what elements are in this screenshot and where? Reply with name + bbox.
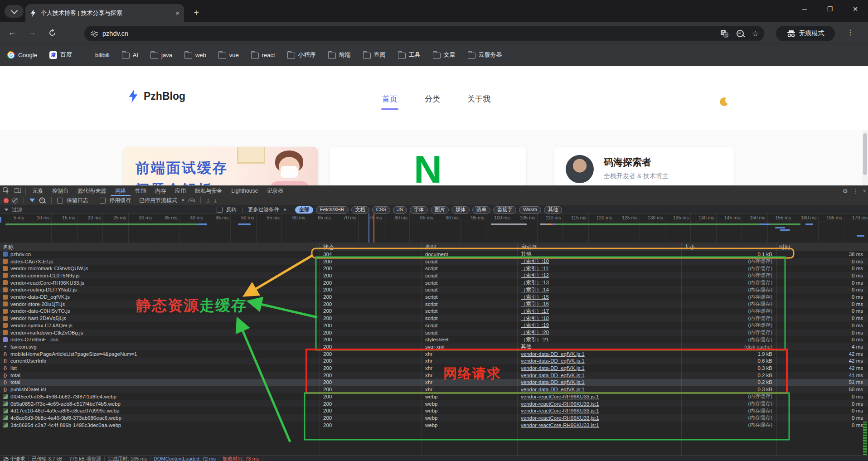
request-row-publishDateList[interactable]: {}publishDateList200xhrvendor-data-DD_eq…	[0, 386, 868, 393]
export-har-icon[interactable]: ↓	[213, 198, 217, 203]
devtools-tab-源代码/来源[interactable]: 源代码/来源	[73, 186, 111, 196]
page-scrollbar[interactable]	[862, 131, 868, 185]
filter-chip-媒体[interactable]: 媒体	[451, 206, 470, 214]
request-row-total[interactable]: {}total200xhrvendor-data-DD_eqfVK.js:10.…	[0, 379, 868, 386]
bookmark-Google[interactable]: Google	[7, 51, 37, 59]
column-header-大小[interactable]: 大小	[684, 243, 695, 251]
request-initiator[interactable]: （索引）:13	[521, 280, 549, 285]
request-row-4d17cc10-46cf-4a9c-a8f6-e8cac07d999e.webp[interactable]: 4d17cc10-46cf-4a9c-a8f6-e8cac07d999e.web…	[0, 407, 868, 414]
request-initiator[interactable]: vendor-reactCore-RH96KU33.js:1	[521, 394, 599, 399]
request-initiator[interactable]: （索引）:12	[521, 272, 549, 278]
forward-button[interactable]: →	[24, 25, 40, 40]
network-overview[interactable]	[0, 222, 868, 243]
browser-tab[interactable]: 个人技术博客 | 技术分享与探索 ×	[25, 4, 184, 22]
filter-chip-套接字[interactable]: 套接字	[493, 206, 516, 214]
request-row-index-CAo7X-EI.js[interactable]: index-CAo7X-EI.js200script（索引）:10(内存缓存)0…	[0, 258, 868, 265]
devtools-menu-kebab-icon[interactable]: ⋮	[852, 188, 858, 194]
nav-item-关于我[interactable]: 关于我	[467, 94, 490, 110]
translate-icon[interactable]: G文	[720, 29, 728, 38]
bookmark-AI[interactable]: AI	[122, 51, 138, 59]
request-initiator[interactable]: （索引）:14	[521, 287, 549, 292]
request-row-total[interactable]: {}total200xhrvendor-data-DD_eqfVK.js:10.…	[0, 372, 868, 379]
devtools-settings-gear-icon[interactable]: ⚙	[843, 188, 848, 194]
bookmark-vue[interactable]: vue	[218, 51, 239, 59]
request-initiator[interactable]: （索引）:11	[521, 266, 548, 271]
request-initiator[interactable]: （索引）:10	[521, 258, 549, 264]
clear-network-log-icon[interactable]	[12, 198, 18, 204]
bookmark-百度[interactable]: 度百度	[49, 51, 72, 59]
request-row-vendor-routing-DEITYNaU.js[interactable]: vendor-routing-DEITYNaU.js200script（索引）:…	[0, 286, 868, 294]
request-initiator[interactable]: vendor-data-DD_eqfVK.js:1	[521, 365, 585, 371]
request-initiator[interactable]: vendor-reactCore-RH96KU33.js:1	[521, 415, 599, 421]
filter-chip-JS[interactable]: JS	[393, 206, 407, 214]
filter-chip-图片[interactable]: 图片	[431, 206, 449, 214]
request-row-0f045ce0-df35-4598-bb82-73f87f1d8fe4.webp[interactable]: 0f045ce0-df35-4598-bb82-73f87f1d8fe4.web…	[0, 393, 868, 400]
filter-input[interactable]: 过滤	[12, 206, 22, 213]
back-button[interactable]: ←	[5, 25, 20, 40]
restore-button[interactable]: ❐	[817, 0, 843, 18]
request-initiator[interactable]: （索引）:17	[521, 308, 549, 314]
column-header-状态[interactable]: 状态	[323, 243, 334, 251]
column-header-类型[interactable]: 类型	[425, 243, 436, 251]
request-row-vendor-micromark-CGhvbQUW.js[interactable]: vendor-micromark-CGhvbQUW.js200script（索引…	[0, 265, 868, 272]
bookmark-云服务器[interactable]: 云服务器	[468, 51, 502, 59]
column-header-启动器[interactable]: 启动器	[521, 243, 537, 251]
request-row-vendor-syntax-C7JiAQer.js[interactable]: vendor-syntax-C7JiAQer.js200script（索引）:1…	[0, 322, 868, 329]
nav-item-分类[interactable]: 分类	[425, 94, 440, 110]
request-initiator[interactable]: （索引）:19	[521, 322, 549, 328]
request-initiator[interactable]: vendor-data-DD_eqfVK.js:1	[521, 373, 585, 378]
request-row-0b5a0852-f73e-4e69-aeb8-c517f4bc74b5.webp[interactable]: 0b5a0852-f73e-4e69-aeb8-c517f4bc74b5.web…	[0, 400, 868, 408]
request-initiator[interactable]: vendor-reactCore-RH96KU33.js:1	[521, 401, 599, 407]
request-initiator[interactable]: （索引）:15	[521, 294, 549, 300]
filter-chip-其他[interactable]: 其他	[544, 206, 562, 214]
devtools-tab-性能[interactable]: 性能	[131, 186, 150, 196]
request-initiator[interactable]: vendor-reactCore-RH96KU33.js:1	[521, 408, 599, 413]
column-header-时间[interactable]: 时间	[779, 243, 790, 251]
request-row-vendor-store-20lu1jTl.js[interactable]: vendor-store-20lu1jTl.js200script（索引）:16…	[0, 301, 868, 308]
request-initiator[interactable]: vendor-data-DD_eqfVK.js:1	[521, 387, 585, 392]
site-brand[interactable]: PzhBlog	[127, 89, 185, 103]
invert-checkbox[interactable]	[217, 207, 223, 213]
bookmark-web[interactable]: web	[184, 51, 206, 59]
throttling-select[interactable]: 已停用节流模式	[139, 197, 177, 204]
banner-card[interactable]: 前端面试缓存 问题全解析	[123, 147, 318, 185]
request-initiator[interactable]: vendor-reactCore-RH96KU33.js:1	[521, 422, 599, 428]
filter-chip-字体[interactable]: 字体	[410, 206, 428, 214]
bookmark-bilibili[interactable]: bilibili	[84, 51, 110, 59]
tab-close-icon[interactable]: ×	[175, 10, 179, 16]
request-row-favicon.svg[interactable]: ✦favicon.svg200svg+xml其他(disk cache)4 ms	[0, 343, 868, 350]
request-row-vendor-date-C0HiSvTO.js[interactable]: vendor-date-C0HiSvTO.js200script（索引）:17(…	[0, 308, 868, 315]
devtools-tab-控制台[interactable]: 控制台	[48, 186, 73, 196]
profile-card[interactable]: 码海探索者 全栈开发者 & 技术博主	[554, 147, 734, 185]
devtools-tab-内存[interactable]: 内存	[150, 186, 170, 196]
devtools-tab-Lighthouse[interactable]: Lighthouse	[227, 186, 262, 196]
import-har-icon[interactable]: ↑	[206, 198, 210, 203]
bookmark-前端[interactable]: 前端	[328, 51, 351, 59]
filter-chip-文档[interactable]: 文档	[351, 206, 369, 214]
request-row-vendor-data-DD_eqfVK.js[interactable]: vendor-data-DD_eqfVK.js200script（索引）:15(…	[0, 293, 868, 301]
request-row-4c8ac6d3-9b8c-4a49-9bf8-373ab686eac6.webp[interactable]: 4c8ac6d3-9b8c-4a49-9bf8-373ab686eac6.web…	[0, 414, 868, 422]
request-initiator[interactable]: （索引）:18	[521, 315, 549, 321]
zoom-minus-icon[interactable]	[737, 30, 744, 37]
request-initiator[interactable]: vendor-data-DD_eqfVK.js:1	[521, 379, 585, 385]
tab-search-button[interactable]	[5, 5, 24, 18]
inspect-element-icon[interactable]	[0, 187, 12, 195]
devtools-tab-记录器[interactable]: 记录器	[262, 186, 288, 196]
bookmark-工具[interactable]: 工具	[398, 51, 421, 59]
devtools-tab-应用[interactable]: 应用	[170, 186, 190, 196]
filter-chip-CSS[interactable]: CSS	[372, 206, 391, 214]
site-info-icon[interactable]	[91, 31, 98, 36]
bookmark-小程序[interactable]: 小程序	[287, 51, 316, 59]
disable-cache-checkbox[interactable]	[100, 198, 106, 204]
filter-chip-全部[interactable]: 全部	[295, 206, 313, 214]
device-toolbar-icon[interactable]	[12, 187, 24, 195]
request-row-vendor-markdown-CtkZvOBg.js[interactable]: vendor-markdown-CtkZvOBg.js200script（索引）…	[0, 329, 868, 336]
request-initiator[interactable]: （索引）:16	[521, 301, 549, 306]
bookmark-java[interactable]: java	[150, 51, 172, 59]
request-row-3dc8695d-c2a7-4c4f-896b-1495c3dec0aa.webp[interactable]: 3dc8695d-c2a7-4c4f-896b-1495c3dec0aa.web…	[0, 422, 868, 429]
filter-chip-Fetch/XHR[interactable]: Fetch/XHR	[316, 206, 349, 214]
request-initiator[interactable]: vendor-data-DD_eqfVK.js:1	[521, 351, 585, 357]
request-initiator[interactable]: （索引）:20	[521, 330, 549, 335]
url-text[interactable]: pzhdv.cn	[102, 30, 128, 37]
devtools-tab-元素[interactable]: 元素	[28, 186, 48, 196]
